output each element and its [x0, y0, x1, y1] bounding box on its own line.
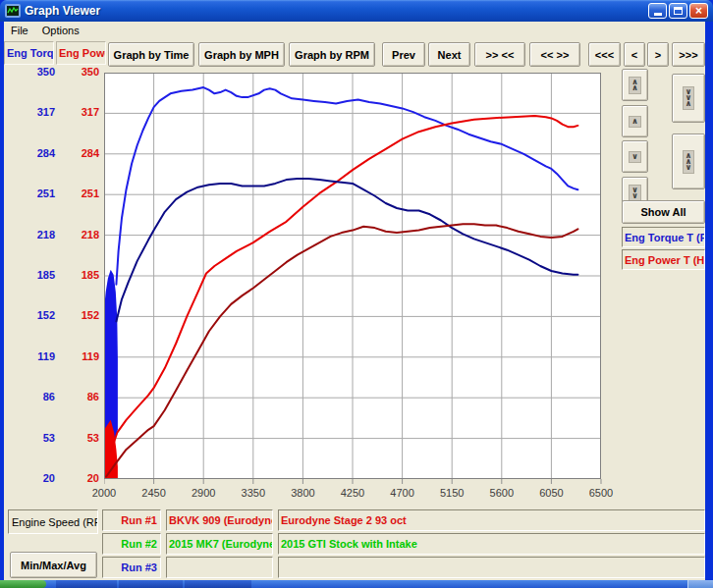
y-axis-header-torque: Eng Torqu: [4, 41, 54, 65]
dyno-chart-plot-area: [104, 73, 602, 485]
run-file-field-3[interactable]: [166, 557, 273, 578]
x-tick-5600: 5600: [480, 487, 523, 501]
window-body: Eng Torqu Eng Powe Graph by TimeGraph by…: [4, 39, 705, 580]
x-tick-2000: 2000: [82, 487, 126, 501]
x-tick-2450: 2450: [133, 487, 176, 501]
y-tick-power-86: 86: [72, 391, 99, 404]
graph-by-time-button[interactable]: Graph by Time: [108, 42, 194, 67]
close-icon: ×: [695, 5, 702, 17]
chevron-icon: ∧∧: [629, 77, 641, 94]
menubar: FileOptions: [4, 22, 705, 39]
prev-button[interactable]: Prev: [382, 42, 425, 67]
x-axis-label-box: Engine Speed (RPM): [8, 509, 98, 534]
graph-by-mph-button[interactable]: Graph by MPH: [198, 42, 285, 67]
graph-viewer-window: Graph Viewer × FileOptions Eng Torqu Eng…: [0, 0, 713, 588]
maximize-button[interactable]: [669, 3, 687, 19]
y-tick-torque-284: 284: [27, 147, 55, 161]
close-button[interactable]: ×: [689, 3, 708, 19]
minimize-icon: [654, 13, 662, 16]
x-tick-5150: 5150: [430, 487, 473, 501]
zoom-out-x-button[interactable]: << >>: [529, 42, 580, 67]
y-tick-power-284: 284: [72, 147, 99, 161]
titlebar: Graph Viewer ×: [0, 0, 713, 22]
y-tick-power-251: 251: [72, 187, 99, 201]
y-tick-power-152: 152: [72, 309, 99, 323]
y-tick-torque-119: 119: [27, 350, 55, 364]
y-axis-header-power: Eng Powe: [56, 41, 106, 65]
next-button[interactable]: Next: [428, 42, 470, 67]
chevron-icon: ∧∧∨: [683, 150, 695, 174]
taskbar-system-tray: [687, 580, 713, 588]
y-tick-torque-86: 86: [27, 391, 55, 404]
y-tick-torque-218: 218: [27, 229, 55, 242]
y-tick-torque-20: 20: [27, 472, 55, 486]
y-tick-torque-152: 152: [27, 309, 55, 323]
run-label-3: Run #3: [102, 557, 161, 578]
taskbar: [0, 580, 713, 588]
y-tick-torque-317: 317: [27, 106, 55, 120]
start-button[interactable]: [0, 580, 46, 588]
y-tick-power-119: 119: [72, 350, 99, 364]
run1-torque-low-rpm-noise: [104, 270, 118, 440]
chevron-icon: ∨: [629, 151, 641, 163]
run-desc-field-2[interactable]: 2015 GTI Stock with Intake: [278, 533, 705, 555]
min-max-avg-button[interactable]: Min/Max/Avg: [10, 552, 97, 578]
run-label-2: Run #2: [102, 533, 161, 555]
run-label-1: Run #1: [102, 509, 161, 531]
x-tick-6050: 6050: [529, 487, 573, 501]
y-tick-torque-251: 251: [27, 187, 55, 201]
menu-item-options[interactable]: Options: [35, 24, 86, 37]
taskbar-task-button[interactable]: [56, 580, 117, 588]
minimize-button[interactable]: [648, 3, 667, 19]
x-tick-3800: 3800: [281, 487, 324, 501]
y-scale-down-spinner[interactable]: ∨: [622, 140, 648, 173]
run-file-field-1[interactable]: BKVK 909 (Eurodyne,: [166, 509, 273, 531]
dyno-chart-svg: [104, 73, 602, 485]
run-desc-field-1[interactable]: Eurodyne Stage 2 93 oct: [278, 509, 705, 531]
run-desc-field-3[interactable]: [278, 557, 705, 578]
menu-item-file[interactable]: File: [4, 24, 35, 37]
pan-far-left-button[interactable]: <<<: [588, 42, 621, 67]
run-file-field-2[interactable]: 2015 MK7 (Eurodyne, E: [166, 533, 273, 555]
taskbar-task-button[interactable]: [185, 580, 251, 588]
x-tick-4700: 4700: [381, 487, 424, 501]
maximize-icon: [674, 7, 683, 15]
legend-eng-torque: Eng Torque T (Ft-l: [622, 227, 705, 247]
x-tick-6500: 6500: [579, 487, 623, 501]
y-tick-torque-350: 350: [27, 66, 55, 80]
pan-far-right-button[interactable]: >>>: [672, 42, 705, 67]
legend-eng-power: Eng Power T (HP): [622, 249, 705, 270]
y-scale-up-spinner[interactable]: ∧: [622, 105, 648, 137]
pan-right-button[interactable]: >: [647, 42, 669, 67]
y-zoom-collapse-spinner[interactable]: ∨∨∧: [672, 74, 705, 123]
chevron-icon: ∧: [629, 116, 641, 128]
chevron-icon: ∨∨: [629, 185, 641, 202]
x-tick-4250: 4250: [331, 487, 374, 501]
y-tick-power-20: 20: [72, 472, 99, 486]
zoom-in-x-button[interactable]: >> <<: [474, 42, 525, 67]
app-icon: [5, 3, 21, 19]
y-tick-torque-185: 185: [27, 269, 55, 283]
y-tick-power-350: 350: [72, 66, 99, 80]
y-tick-torque-53: 53: [27, 432, 55, 446]
y-tick-power-185: 185: [72, 269, 99, 283]
pan-left-button[interactable]: <: [624, 42, 645, 67]
window-title: Graph Viewer: [25, 4, 100, 18]
show-all-button[interactable]: Show All: [622, 200, 705, 224]
y-zoom-expand-spinner[interactable]: ∧∧∨: [672, 134, 705, 189]
taskbar-task-button[interactable]: [119, 580, 183, 588]
y-tick-power-218: 218: [72, 229, 99, 242]
x-tick-2900: 2900: [182, 487, 225, 501]
graph-by-rpm-button[interactable]: Graph by RPM: [289, 42, 375, 67]
y-scale-up-fast-spinner[interactable]: ∧∧: [622, 69, 648, 101]
chevron-icon: ∨∨∧: [683, 86, 695, 110]
y-tick-power-53: 53: [72, 432, 99, 446]
x-tick-3350: 3350: [232, 487, 275, 501]
y-tick-power-317: 317: [72, 106, 99, 120]
